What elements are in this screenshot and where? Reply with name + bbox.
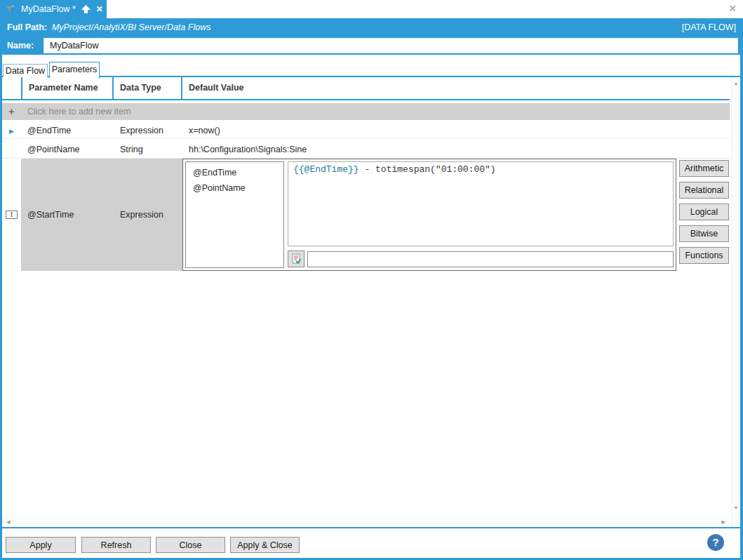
window-border-right — [740, 18, 743, 560]
navigate-up-icon[interactable] — [81, 4, 91, 14]
document-type-badge: [DATA FLOW] — [682, 22, 736, 32]
bitwise-button[interactable]: Bitwise — [679, 225, 729, 242]
add-row-label: Click here to add new item — [21, 107, 130, 116]
current-row-icon: ▶ — [9, 128, 14, 135]
parameters-grid: Parameter Name Data Type Default Value +… — [2, 77, 730, 516]
tabstrip: Data Flow Parameters — [2, 62, 740, 77]
tab-close-icon[interactable]: ✕ — [96, 5, 103, 13]
name-input[interactable] — [43, 38, 738, 53]
cell-data-type[interactable]: Expression — [112, 126, 181, 135]
table-row[interactable]: ▶ @EndTime Expression x=now() — [2, 122, 730, 139]
full-path-label: Full Path: — [7, 22, 47, 32]
variable-list-item[interactable]: @EndTime — [186, 165, 283, 180]
grid-header-data-type[interactable]: Data Type — [112, 77, 181, 99]
expression-token: {{@EndTime}} — [293, 164, 359, 175]
grid-header-parameter-name[interactable]: Parameter Name — [21, 77, 112, 99]
validate-expression-icon — [290, 253, 302, 265]
expression-rest: - totimespan("01:00:00") — [359, 164, 496, 175]
tab-data-flow[interactable]: Data Flow — [3, 64, 48, 77]
editing-row-cells: @StartTime Expression — [21, 159, 182, 271]
variable-list[interactable]: @EndTime @PointName — [185, 161, 284, 268]
table-row[interactable]: @PointName String hh:\Configuration\Sign… — [2, 141, 730, 159]
vertical-scrollbar[interactable]: ▲ ▼ — [731, 77, 740, 527]
full-path-value: MyProject/AnalytiX/BI Server/Data Flows — [52, 22, 210, 32]
row-selector: ▶ — [2, 126, 21, 135]
validate-expression-button[interactable] — [288, 251, 304, 267]
functions-button[interactable]: Functions — [679, 247, 729, 264]
expression-editor-panel: @EndTime @PointName {{@EndTime}} - totim… — [182, 159, 676, 271]
function-search-input[interactable] — [307, 251, 674, 267]
edit-indicator-icon: I — [6, 211, 18, 219]
window-border-left — [0, 18, 2, 560]
name-label: Name: — [7, 41, 42, 51]
cell-parameter-name[interactable]: @StartTime — [21, 210, 112, 220]
cell-data-type[interactable]: String — [112, 145, 181, 154]
cell-default-value[interactable]: x=now() — [181, 126, 730, 135]
grid-header-selector — [2, 77, 21, 99]
cell-parameter-name[interactable]: @EndTime — [21, 126, 112, 135]
scroll-right-icon[interactable]: ▶ — [722, 519, 725, 525]
document-tab[interactable]: MyDataFlow * ✕ — [0, 0, 107, 18]
footer: Apply Refresh Close Apply & Close ? — [2, 528, 740, 558]
tab-parameters[interactable]: Parameters — [49, 62, 100, 79]
logical-button[interactable]: Logical — [679, 204, 729, 220]
horizontal-scrollbar[interactable]: ◀ ▶ — [2, 516, 730, 527]
grid-header-default-value[interactable]: Default Value — [181, 77, 730, 99]
operator-category-buttons: Arithmetic Relational Logical Bitwise Fu… — [679, 159, 729, 271]
grid-header-row: Parameter Name Data Type Default Value — [2, 77, 730, 100]
table-row-editing: I @StartTime Expression @EndTime @PointN… — [2, 159, 730, 271]
refresh-button[interactable]: Refresh — [81, 537, 151, 553]
cell-data-type[interactable]: Expression — [112, 210, 163, 220]
expression-text-area[interactable]: {{@EndTime}} - totimespan("01:00:00") — [288, 161, 674, 246]
full-path-bar: Full Path: MyProject/AnalytiX/BI Server/… — [0, 18, 743, 36]
scroll-left-icon[interactable]: ◀ — [6, 519, 10, 525]
apply-button[interactable]: Apply — [6, 537, 76, 553]
apply-and-close-button[interactable]: Apply & Close — [230, 537, 300, 553]
scroll-up-icon[interactable]: ▲ — [732, 81, 740, 86]
arithmetic-button[interactable]: Arithmetic — [679, 160, 729, 177]
window-close-icon[interactable]: ✕ — [728, 4, 737, 13]
add-new-item-row[interactable]: + Click here to add new item — [2, 103, 730, 120]
name-bar: Name: — [0, 36, 743, 55]
cell-default-value[interactable]: hh:\Configuration\Signals:Sine — [181, 145, 730, 154]
add-icon: + — [2, 103, 21, 120]
help-button[interactable]: ? — [707, 534, 724, 551]
variable-list-item[interactable]: @PointName — [186, 180, 283, 196]
dataflow-editor-window: MyDataFlow * ✕ ✕ Full Path: MyProject/An… — [0, 0, 743, 560]
document-tab-label: MyDataFlow * — [21, 4, 76, 14]
titlebar: MyDataFlow * ✕ ✕ — [0, 0, 743, 18]
cell-parameter-name[interactable]: @PointName — [21, 145, 112, 154]
row-selector: I — [2, 159, 21, 271]
close-button[interactable]: Close — [156, 537, 225, 553]
dataflow-icon — [6, 4, 16, 15]
scroll-down-icon[interactable]: ▼ — [732, 505, 740, 510]
relational-button[interactable]: Relational — [679, 182, 729, 199]
